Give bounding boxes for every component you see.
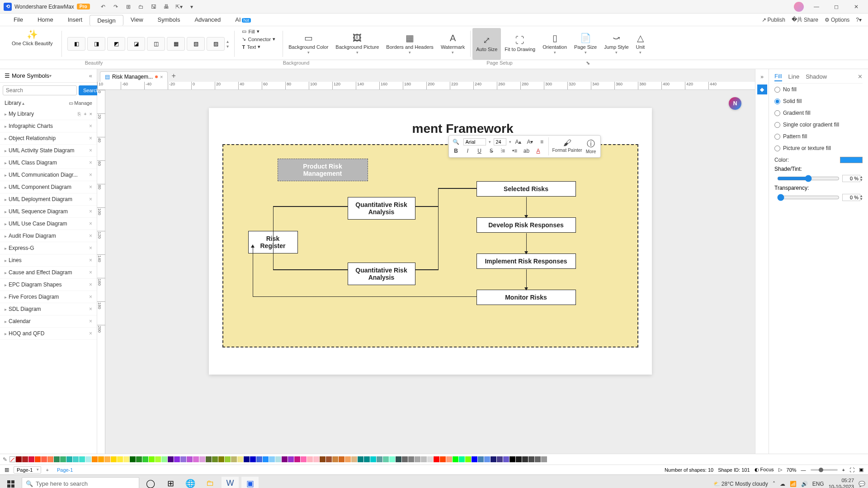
palette-swatch[interactable] [351, 456, 357, 462]
theme-connector-dropdown[interactable]: ↘ Connector ▾ [240, 36, 277, 42]
palette-swatch[interactable] [339, 456, 344, 462]
lib-close-icon[interactable]: × [89, 282, 92, 288]
palette-swatch[interactable] [503, 456, 509, 462]
lib-close-icon[interactable]: × [89, 123, 92, 129]
palette-swatch[interactable] [54, 456, 60, 462]
theme-preset-3[interactable]: ◩ [107, 37, 125, 51]
radio-pattern-fill[interactable]: Pattern fill [774, 131, 863, 142]
palette-swatch[interactable] [256, 456, 262, 462]
radio-solid-fill[interactable]: Solid fill [774, 95, 863, 107]
redo-button[interactable]: ↷ [112, 3, 120, 11]
fill-color-swatch[interactable] [840, 157, 863, 163]
theme-scroll-down[interactable]: ▾ [226, 44, 229, 49]
palette-swatch[interactable] [47, 456, 53, 462]
page-setup-launcher[interactable]: ⬊ [586, 60, 590, 66]
jump-style-button[interactable]: ⤻Jump Style▾ [600, 28, 632, 60]
theme-fill-dropdown[interactable]: ▭ Fill ▾ [240, 28, 277, 35]
lib-item[interactable]: ▸Infographic Charts× [0, 120, 97, 132]
palette-swatch[interactable] [377, 456, 382, 462]
mylib-import-icon[interactable]: ⎘ [78, 111, 81, 117]
palette-swatch[interactable] [231, 456, 237, 462]
theme-text-dropdown[interactable]: T Text ▾ [240, 43, 277, 50]
theme-preset-5[interactable]: ◫ [147, 37, 165, 51]
lib-my-library[interactable]: ▸My Library ⎘+× [0, 108, 97, 120]
lib-item[interactable]: ▸HOQ and QFD× [0, 328, 97, 340]
palette-swatch[interactable] [161, 456, 167, 462]
palette-swatch[interactable] [79, 456, 85, 462]
page-layout-icon[interactable]: ▥ [5, 467, 9, 473]
palette-swatch[interactable] [332, 456, 338, 462]
lib-close-icon[interactable]: × [89, 330, 92, 337]
orientation-button[interactable]: ▯Orientation▾ [539, 28, 571, 60]
underline-button[interactable]: U [475, 146, 484, 155]
align-button[interactable]: ≡ [538, 137, 547, 146]
palette-swatch[interactable] [98, 456, 104, 462]
eyedropper-icon[interactable]: ✎ [3, 456, 7, 463]
lib-item[interactable]: ▸Object Relationship× [0, 132, 97, 145]
palette-swatch[interactable] [370, 456, 376, 462]
palette-swatch[interactable] [66, 456, 72, 462]
share-button[interactable]: �共 Share [792, 16, 818, 23]
borders-headers-button[interactable]: ▦Borders and Headers▾ [382, 28, 437, 60]
radio-no-fill[interactable]: No fill [774, 84, 863, 95]
options-button[interactable]: ⚙ Options [825, 17, 849, 23]
node-selected-risks[interactable]: Selected Risks [476, 181, 576, 197]
lib-close-icon[interactable]: × [89, 233, 92, 239]
lib-item[interactable]: ▸UML Communication Diagr...× [0, 169, 97, 181]
palette-swatch[interactable] [364, 456, 370, 462]
mylib-add-icon[interactable]: + [84, 111, 86, 117]
palette-swatch[interactable] [237, 456, 243, 462]
palette-swatch[interactable] [92, 456, 98, 462]
palette-swatch[interactable] [415, 456, 420, 462]
taskbar-taskview[interactable]: ⊞ [162, 477, 179, 488]
background-picture-button[interactable]: 🖼Background Picture▾ [332, 28, 382, 60]
shade-value[interactable] [842, 175, 860, 182]
more-format-button[interactable]: ⓘMore [584, 137, 598, 155]
palette-swatch[interactable] [193, 456, 199, 462]
watermark-button[interactable]: AWatermark▾ [437, 28, 468, 60]
node-product-risk[interactable]: Product Risk Management [278, 159, 368, 181]
palette-swatch[interactable] [484, 456, 490, 462]
palette-swatch[interactable] [301, 456, 307, 462]
palette-no-fill[interactable] [9, 456, 15, 462]
ai-assistant-button[interactable]: N [729, 97, 741, 110]
palette-swatch[interactable] [509, 456, 515, 462]
minimize-button[interactable]: — [808, 1, 825, 12]
close-button[interactable]: ✕ [848, 1, 864, 12]
close-tab-button[interactable]: × [160, 74, 163, 80]
lib-close-icon[interactable]: × [89, 221, 92, 227]
menu-ai[interactable]: AIhot [228, 14, 258, 25]
new-button[interactable]: ⊞ [124, 3, 132, 11]
user-avatar[interactable] [794, 2, 804, 12]
add-tab-button[interactable]: + [168, 70, 179, 82]
palette-swatch[interactable] [541, 456, 547, 462]
palette-swatch[interactable] [111, 456, 117, 462]
palette-swatch[interactable] [212, 456, 218, 462]
menu-home[interactable]: Home [30, 14, 61, 25]
palette-swatch[interactable] [516, 456, 522, 462]
tray-chevron-icon[interactable]: ˄ [773, 481, 775, 487]
palette-swatch[interactable] [218, 456, 224, 462]
palette-swatch[interactable] [497, 456, 503, 462]
publish-button[interactable]: ↗ Publish [762, 17, 785, 23]
node-monitor[interactable]: Monitor Risks [476, 290, 576, 305]
canvas-viewport[interactable]: N ment Framework 🔍 ▾ ▾ A▴ [105, 90, 755, 454]
lib-close-icon[interactable]: × [89, 245, 92, 251]
palette-swatch[interactable] [263, 456, 269, 462]
ft-search-icon[interactable]: 🔍 [452, 137, 461, 146]
node-qra-1[interactable]: Quantitative Risk Analysis [348, 197, 415, 220]
decrease-font-button[interactable]: A▾ [526, 137, 535, 146]
tab-line[interactable]: Line [788, 72, 800, 81]
palette-swatch[interactable] [180, 456, 186, 462]
lib-close-icon[interactable]: × [89, 172, 92, 178]
palette-swatch[interactable] [104, 456, 110, 462]
palette-swatch[interactable] [130, 456, 136, 462]
menu-symbols[interactable]: Symbols [151, 14, 188, 25]
palette-swatch[interactable] [41, 456, 47, 462]
palette-swatch[interactable] [136, 456, 142, 462]
tray-notifications-icon[interactable]: 💬 [859, 481, 865, 487]
palette-swatch[interactable] [275, 456, 281, 462]
taskbar-edge[interactable]: 🌐 [182, 477, 199, 488]
lib-item[interactable]: ▸Cause and Effect Diagram× [0, 267, 97, 279]
focus-toggle[interactable]: ◐ Focus [755, 467, 774, 473]
